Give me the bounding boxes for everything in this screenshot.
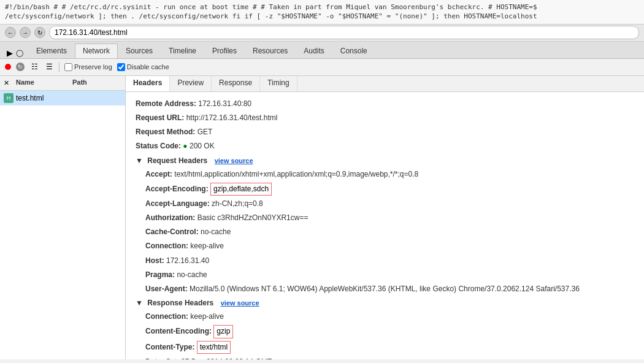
headers-content: Remote Address: 172.16.31.40:80 Request … (126, 92, 644, 359)
devtools-tabs: ▶ ◯ Elements Network Sources Timeline Pr… (0, 42, 644, 59)
response-headers-title: ▼ Response Headers view source (136, 299, 634, 307)
authorization-row: Authorization: Basic c3RhdHZzOnN0YXR1cw=… (145, 211, 634, 225)
close-panel-button[interactable]: ✕ (0, 76, 12, 90)
status-code-value: 200 OK (190, 142, 215, 150)
preserve-log-label[interactable]: Preserve log (64, 63, 112, 71)
forward-button[interactable]: → (20, 27, 31, 38)
name-column-header: Name (12, 76, 69, 90)
path-column-header: Path (69, 76, 125, 90)
inspect-icon[interactable]: ▶ (5, 48, 15, 58)
code-line-2: /etc/sysconfig/network ]; then . /etc/sy… (5, 12, 639, 21)
tab-sources[interactable]: Sources (118, 44, 161, 58)
file-name: test.html (16, 94, 44, 102)
remote-address-label: Remote Address: (136, 99, 196, 108)
request-url-label: Request URL: (136, 113, 184, 122)
remote-address-value: 172.16.31.40:80 (198, 99, 251, 108)
tab-timeline[interactable]: Timeline (161, 44, 204, 58)
tab-timing[interactable]: Timing (260, 76, 297, 91)
back-button[interactable]: ← (5, 27, 16, 38)
triangle-icon: ▼ (136, 156, 143, 165)
pragma-row: Pragma: no-cache (145, 268, 634, 282)
list-item[interactable]: H test.html (0, 91, 125, 105)
disable-cache-checkbox[interactable] (117, 63, 125, 71)
left-panel-header: ✕ Name Path (0, 76, 125, 91)
tab-headers[interactable]: Headers (126, 76, 170, 91)
content-encoding-row: Content-Encoding: gzip (145, 324, 634, 339)
content-type-value: text/html (197, 341, 231, 354)
request-method-row: Request Method: GET (136, 125, 634, 139)
address-bar[interactable] (49, 26, 639, 39)
connection-req-row: Connection: keep-alive (145, 239, 634, 253)
accept-encoding-value: gzip,deflate,sdch (210, 183, 272, 196)
tab-resources[interactable]: Resources (245, 44, 296, 58)
tab-elements[interactable]: Elements (28, 44, 75, 58)
tab-response[interactable]: Response (212, 76, 260, 91)
toolbar-separator (59, 62, 59, 72)
tab-profiles[interactable]: Profiles (204, 44, 245, 58)
status-code-label: Status Code: (136, 142, 181, 150)
status-code-row: Status Code: ● 200 OK (136, 139, 634, 153)
connection-resp-row: Connection: keep-alive (145, 310, 634, 324)
response-triangle-icon: ▼ (136, 299, 143, 307)
tab-audits[interactable]: Audits (296, 44, 332, 58)
list-icon[interactable]: ☰ (44, 62, 54, 72)
left-panel: ✕ Name Path H test.html (0, 76, 126, 359)
response-view-source[interactable]: view source (221, 299, 259, 307)
record-button[interactable] (5, 64, 11, 70)
accept-encoding-row: Accept-Encoding: gzip,deflate,sdch (145, 182, 634, 197)
content-type-row: Content-Type: text/html (145, 340, 634, 355)
date-row: Date: Sat, 27 Dec 2014 06:02:14 GMT (145, 355, 634, 359)
reload-button[interactable]: ↻ (34, 27, 45, 38)
main-area: ✕ Name Path H test.html Headers Preview … (0, 76, 644, 359)
request-method-value: GET (197, 128, 213, 136)
browser-chrome: ← → ↻ (0, 25, 644, 42)
request-view-source[interactable]: view source (215, 157, 253, 164)
request-method-label: Request Method: (136, 128, 195, 136)
filter-icon[interactable]: ☷ (29, 62, 39, 72)
tab-preview[interactable]: Preview (170, 76, 212, 91)
user-agent-row: User-Agent: Mozilla/5.0 (Windows NT 6.1;… (145, 282, 634, 296)
clear-button[interactable]: ↻ (16, 63, 25, 71)
disable-cache-label[interactable]: Disable cache (117, 63, 169, 71)
request-headers-list: Accept: text/html,application/xhtml+xml,… (136, 167, 634, 297)
request-headers-title: ▼ Request Headers view source (136, 156, 634, 165)
remote-address-row: Remote Address: 172.16.31.40:80 (136, 97, 634, 111)
content-encoding-value: gzip (213, 325, 233, 338)
tab-network[interactable]: Network (75, 44, 118, 58)
request-url-value: http://172.16.31.40/test.html (186, 113, 278, 122)
status-indicator: ● (183, 142, 187, 150)
preserve-log-checkbox[interactable] (64, 63, 72, 71)
cache-control-row: Cache-Control: no-cache (145, 225, 634, 239)
right-panel: Headers Preview Response Timing Remote A… (126, 76, 644, 359)
file-icon: H (4, 93, 13, 103)
host-row: Host: 172.16.31.40 (145, 254, 634, 268)
code-line-1: #!/bin/bash # # /etc/rc.d/rc.sysinit - r… (5, 2, 639, 12)
tab-console[interactable]: Console (332, 44, 375, 58)
accept-language-row: Accept-Language: zh-CN,zh;q=0.8 (145, 197, 634, 211)
response-headers-list: Connection: keep-alive Content-Encoding:… (136, 310, 634, 359)
network-toolbar: ↻ ☷ ☰ Preserve log Disable cache (0, 59, 644, 76)
accept-row: Accept: text/html,application/xhtml+xml,… (145, 167, 634, 182)
sub-tabs: Headers Preview Response Timing (126, 76, 644, 92)
mobile-icon[interactable]: ◯ (15, 48, 25, 58)
request-url-row: Request URL: http://172.16.31.40/test.ht… (136, 111, 634, 125)
code-bar: #!/bin/bash # # /etc/rc.d/rc.sysinit - r… (0, 0, 644, 25)
